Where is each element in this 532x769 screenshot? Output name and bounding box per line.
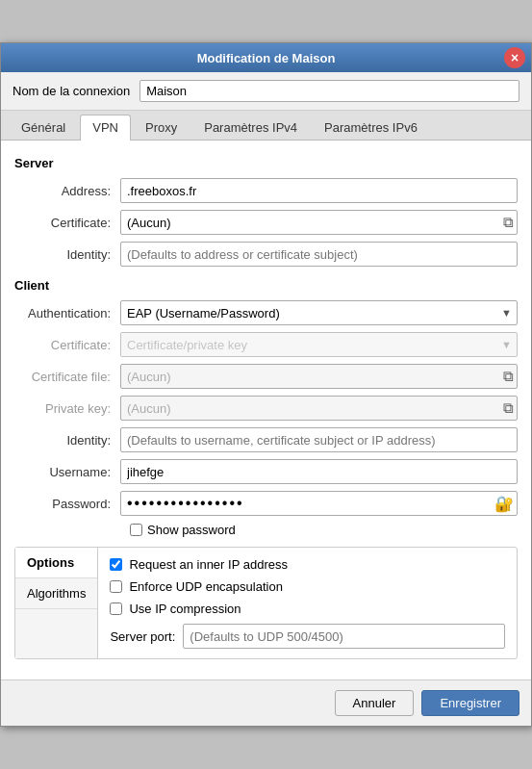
inner-ip-label[interactable]: Request an inner IP address	[129, 557, 288, 572]
show-password-row: Show password	[130, 523, 518, 537]
password-row: Password: 🔐	[14, 491, 518, 516]
address-input[interactable]	[120, 178, 518, 203]
certificate-label: Certificate:	[14, 216, 120, 230]
cert-file-input-wrapper: ⧉	[120, 364, 518, 389]
certificate-row: Certificate: ⧉	[14, 210, 518, 235]
footer: Annuler Enregistrer	[1, 679, 531, 726]
address-label: Address:	[14, 184, 120, 198]
ip-compress-label[interactable]: Use IP compression	[129, 602, 241, 616]
copy-icon-3: ⧉	[503, 399, 514, 417]
password-input[interactable]	[120, 491, 518, 516]
auth-select-wrapper: EAP (Username/Password) ▼	[120, 300, 518, 325]
options-tab-options[interactable]: Options	[15, 548, 97, 578]
options-section: Options Algorithms Request an inner IP a…	[14, 547, 518, 659]
privkey-copy-button[interactable]: ⧉	[503, 399, 514, 417]
server-port-input[interactable]	[183, 624, 505, 649]
conn-name-label: Nom de la connexion	[13, 84, 130, 98]
tab-proxy[interactable]: Proxy	[133, 115, 190, 140]
server-port-label: Server port:	[110, 629, 175, 644]
conn-name-input[interactable]	[139, 80, 519, 102]
auth-select[interactable]: EAP (Username/Password)	[120, 300, 518, 325]
copy-icon-2: ⧉	[503, 368, 514, 385]
username-label: Username:	[14, 465, 120, 479]
show-password-label[interactable]: Show password	[147, 523, 236, 537]
ip-compress-row: Use IP compression	[110, 602, 505, 616]
client-cert-select-wrapper: Certificate/private key ▼	[120, 332, 518, 357]
identity-client-label: Identity:	[14, 433, 120, 448]
options-tab-algorithms[interactable]: Algorithms	[15, 578, 97, 609]
privkey-row: Private key: ⧉	[14, 396, 518, 421]
titlebar: Modification de Maison ×	[1, 43, 531, 72]
privkey-label: Private key:	[14, 401, 120, 416]
identity-server-row: Identity:	[14, 242, 518, 267]
options-content: Request an inner IP address Enforce UDP …	[98, 548, 517, 658]
privkey-input[interactable]	[120, 396, 518, 421]
certificate-input[interactable]	[120, 210, 518, 235]
dialog: Modification de Maison × Nom de la conne…	[0, 42, 532, 727]
cert-file-input[interactable]	[120, 364, 518, 389]
copy-icon: ⧉	[503, 214, 514, 231]
password-peek-button[interactable]: 🔐	[494, 495, 514, 513]
tab-general[interactable]: Général	[9, 115, 78, 140]
udp-label[interactable]: Enforce UDP encapsulation	[129, 579, 282, 594]
client-cert-select[interactable]: Certificate/private key	[120, 332, 518, 357]
password-input-wrapper: 🔐	[120, 491, 518, 516]
password-label: Password:	[14, 497, 120, 511]
identity-server-input[interactable]	[120, 242, 518, 267]
cert-file-row: Certificate file: ⧉	[14, 364, 518, 389]
person-lock-icon: 🔐	[494, 495, 514, 513]
cert-file-label: Certificate file:	[14, 370, 120, 384]
save-button[interactable]: Enregistrer	[421, 690, 519, 716]
tab-vpn[interactable]: VPN	[80, 115, 131, 141]
client-cert-row: Certificate: Certificate/private key ▼	[14, 332, 518, 357]
tab-ipv6[interactable]: Paramètres IPv6	[312, 115, 430, 140]
dialog-title: Modification de Maison	[197, 51, 336, 65]
address-row: Address:	[14, 178, 518, 203]
tabs-bar: Général VPN Proxy Paramètres IPv4 Paramè…	[1, 111, 531, 141]
ip-compress-checkbox[interactable]	[110, 602, 122, 615]
identity-client-input[interactable]	[120, 427, 518, 452]
certificate-copy-button[interactable]: ⧉	[503, 214, 514, 231]
udp-checkbox[interactable]	[110, 580, 122, 593]
username-row: Username:	[14, 459, 518, 484]
tab-content: Server Address: Certificate: ⧉ Identity:…	[1, 141, 531, 679]
udp-row: Enforce UDP encapsulation	[110, 579, 505, 594]
conn-name-row: Nom de la connexion	[1, 72, 531, 111]
username-input[interactable]	[120, 459, 518, 484]
close-button[interactable]: ×	[504, 47, 525, 68]
cert-file-copy-button[interactable]: ⧉	[503, 368, 514, 385]
client-cert-label: Certificate:	[14, 338, 120, 352]
inner-ip-row: Request an inner IP address	[110, 557, 505, 572]
inner-ip-checkbox[interactable]	[110, 558, 122, 571]
show-password-checkbox[interactable]	[130, 524, 142, 536]
certificate-input-wrapper: ⧉	[120, 210, 518, 235]
tab-ipv4[interactable]: Paramètres IPv4	[191, 115, 310, 140]
identity-client-row: Identity:	[14, 427, 518, 452]
auth-row: Authentication: EAP (Username/Password) …	[14, 300, 518, 325]
privkey-input-wrapper: ⧉	[120, 396, 518, 421]
client-section-title: Client	[14, 278, 518, 293]
options-sidebar: Options Algorithms	[15, 548, 98, 658]
server-section-title: Server	[14, 156, 518, 170]
cancel-button[interactable]: Annuler	[335, 690, 415, 716]
server-port-row: Server port:	[110, 624, 505, 649]
auth-label: Authentication:	[14, 306, 120, 320]
identity-server-label: Identity:	[14, 247, 120, 262]
